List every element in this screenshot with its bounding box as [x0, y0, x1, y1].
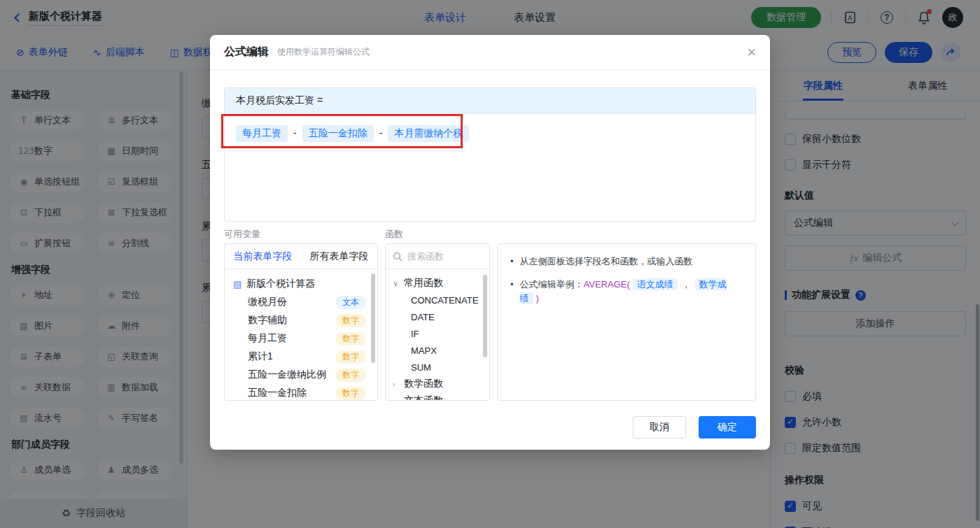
formula-tips-panel: • 从左侧面板选择字段名和函数，或输入函数 • 公式编辑举例：AVERAGE(语… [497, 243, 756, 401]
chevron-right-icon: › [393, 397, 400, 401]
variable-name: 五险一金扣除 [248, 387, 307, 399]
example-prefix: 公式编辑举例： [520, 279, 584, 290]
function-item[interactable]: MAPX [393, 342, 489, 359]
formula-editor-modal: 公式编辑 使用数学运算符编辑公式 × 本月税后实发工资 = 每月工资-五险一金扣… [210, 35, 770, 450]
bullet: • [510, 278, 514, 292]
form-doc-icon: ▤ [233, 279, 241, 290]
formula-editor[interactable]: 本月税后实发工资 = 每月工资-五险一金扣除-本月需缴纳个税 [224, 87, 756, 222]
functions-scrollbar[interactable] [483, 275, 487, 357]
variable-name: 五险一金缴纳比例 [248, 369, 326, 381]
variable-type-badge: 数字 [335, 369, 366, 382]
formula-target: 本月税后实发工资 = [225, 88, 755, 114]
tip-line-example: • 公式编辑举例：AVERAGE(语文成绩，数学成绩) [510, 278, 743, 306]
formula-field-token[interactable]: 每月工资 [236, 125, 288, 142]
modal-title: 公式编辑 [224, 45, 269, 59]
variable-type-badge: 文本 [335, 296, 366, 309]
formula-field-token[interactable]: 本月需缴纳个税 [388, 125, 469, 142]
root-form-name: 新版个税计算器 [246, 278, 315, 290]
variables-tree-root[interactable]: ▤ 新版个税计算器 [233, 275, 377, 293]
example-field-chip: 语文成绩 [633, 278, 678, 290]
function-group-label: 文本函数 [404, 394, 443, 401]
variable-type-badge: 数字 [335, 314, 366, 327]
variables-label: 可用变量 [224, 228, 260, 241]
variable-name: 数字辅助 [248, 314, 287, 327]
cancel-button[interactable]: 取消 [633, 416, 686, 438]
variable-row[interactable]: 五险一金扣除数字 [233, 384, 377, 401]
close-icon[interactable]: × [747, 45, 756, 60]
search-icon [393, 252, 402, 262]
chevron-right-icon: › [393, 380, 400, 388]
app-screen: 新版个税计算器 表单设计 表单设置 数据管理 A ? 政 ⊘表单外链∿后端脚本◫… [0, 0, 980, 528]
function-search-input[interactable]: 搜索函数 [386, 244, 489, 269]
variable-type-badge: 数字 [335, 350, 366, 364]
variable-name: 缴税月份 [248, 296, 287, 308]
variable-type-badge: 数字 [335, 332, 366, 345]
variable-row[interactable]: 每月工资数字 [233, 329, 377, 348]
variable-name: 每月工资 [248, 332, 287, 345]
function-group-label: 数学函数 [404, 378, 443, 390]
function-item[interactable]: IF [393, 325, 489, 342]
example-function: AVERAGE( [584, 279, 630, 290]
tip-line-1: • 从左侧面板选择字段名和函数，或输入函数 [510, 255, 743, 269]
variable-row[interactable]: 缴税月份文本 [233, 293, 377, 311]
tab-current-form-fields[interactable]: 当前表单字段 [225, 244, 301, 269]
example-separator: ， [682, 279, 691, 290]
variables-scrollbar[interactable] [371, 273, 375, 363]
example-close-paren: ) [536, 293, 539, 304]
function-group[interactable]: ›数学函数 [393, 376, 489, 392]
variable-row[interactable]: 累计1数字 [233, 348, 377, 366]
function-group[interactable]: ∨常用函数 [393, 275, 489, 292]
confirm-button[interactable]: 确定 [699, 416, 756, 438]
formula-operator: - [293, 127, 297, 138]
variables-panel: 当前表单字段 所有表单字段 ▤ 新版个税计算器 缴税月份文本数字辅助数字每月工资… [224, 243, 378, 401]
function-item[interactable]: DATE [393, 308, 489, 325]
functions-label: 函数 [385, 228, 403, 241]
variable-row[interactable]: 五险一金缴纳比例数字 [233, 366, 377, 384]
function-group-label: 常用函数 [404, 277, 443, 290]
modal-subtitle: 使用数学运算符编辑公式 [277, 46, 370, 58]
function-group[interactable]: ›文本函数 [393, 392, 489, 401]
search-placeholder: 搜索函数 [407, 250, 444, 263]
variable-name: 累计1 [248, 350, 273, 363]
variable-row[interactable]: 数字辅助数字 [233, 311, 377, 329]
functions-panel: 搜索函数 ∨常用函数CONCATENATEDATEIFMAPXSUM›数学函数›… [385, 243, 490, 401]
formula-operator: - [379, 127, 383, 138]
bullet: • [510, 255, 514, 269]
formula-expression[interactable]: 每月工资-五险一金扣除-本月需缴纳个税 [225, 114, 755, 153]
function-item[interactable]: CONCATENATE [393, 292, 489, 308]
function-item[interactable]: SUM [393, 359, 489, 376]
tab-all-form-fields[interactable]: 所有表单字段 [301, 244, 377, 269]
formula-field-token[interactable]: 五险一金扣除 [302, 125, 374, 142]
variable-type-badge: 数字 [335, 387, 366, 400]
chevron-down-icon: ∨ [393, 279, 400, 288]
